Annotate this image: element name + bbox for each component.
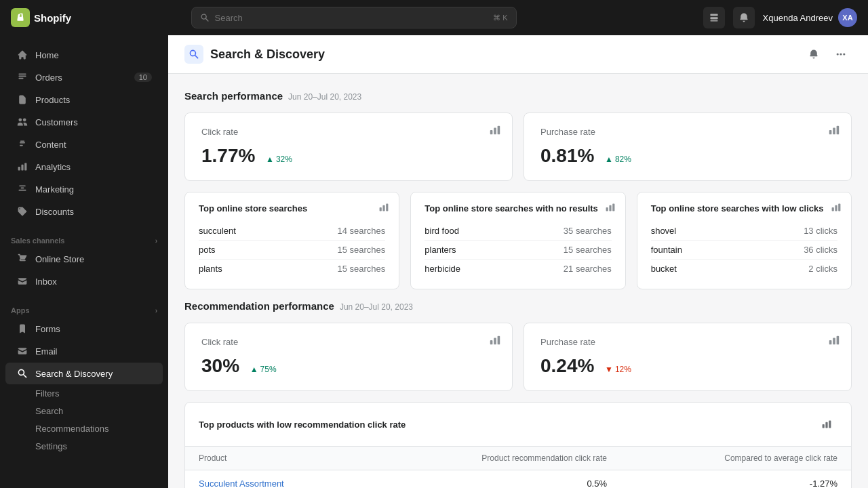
customers-icon [16,116,28,128]
orders-icon [16,71,28,83]
sidebar-discounts-label: Discounts [35,207,74,217]
sidebar-inbox-label: Inbox [35,277,57,287]
shopify-logo-icon [11,8,30,27]
click-rate-change: ▲ 32% [266,155,292,164]
sidebar-item-products[interactable]: Products [5,89,163,110]
page-header-left: Search & Discovery [184,45,325,64]
inbox-icon [16,275,28,287]
main-content: Search & Discovery Search performa [168,35,868,488]
search-discovery-icon [16,367,28,380]
rec-click-rate-card: Click rate 30% ▲ 75% [184,323,513,391]
sidebar-item-email[interactable]: Email [5,340,163,362]
nav-right-actions: Xquenda Andreev XA [703,7,857,28]
rec-purchase-rate-change: ▼ 12% [605,365,631,374]
sidebar-item-discounts[interactable]: Discounts [5,201,163,222]
sidebar-item-customers[interactable]: Customers [5,111,163,133]
rec-purchase-rate-value: 0.24% [540,355,594,376]
page-header: Search & Discovery [168,35,868,74]
no-results-row-1: planters 15 searches [425,241,611,260]
home-icon [16,49,28,61]
sidebar-item-online-store[interactable]: Online Store [5,248,163,270]
sidebar-item-marketing[interactable]: Marketing [5,178,163,200]
user-badge[interactable]: Xquenda Andreev XA [763,8,857,27]
store-switcher-button[interactable] [703,7,725,28]
products-chart-icon [821,419,832,430]
rec-click-rate-change: ▲ 75% [250,365,277,374]
page-header-actions [803,43,852,65]
content-icon [16,138,28,150]
sidebar-sales-channels-section: Sales channels › Online Store Inbox [0,226,168,296]
products-table-chart-icon-button[interactable] [816,413,837,435]
top-search-row-0: succulent 14 searches [199,222,385,241]
click-rate-value: 1.77% [201,145,255,166]
sidebar-sub-settings[interactable]: Settings [5,438,163,455]
sidebar-orders-label: Orders [35,73,62,83]
low-clicks-chart-icon[interactable] [831,202,842,215]
forms-icon [16,323,28,335]
email-icon [16,345,28,357]
expand-icon: › [155,237,157,245]
more-options-button[interactable] [830,43,852,65]
click-rate-card: Click rate 1.77% ▲ 32% [184,113,513,181]
rec-click-rate-label: Click rate [201,337,496,347]
rec-click-rate-value: 30% [201,355,239,376]
sidebar-sub-filters[interactable]: Filters [5,385,163,402]
sidebar-email-label: Email [35,346,58,357]
top-searches-chart-icon[interactable] [378,202,389,215]
sidebar-item-content[interactable]: Content [5,134,163,155]
notifications-button[interactable] [733,7,755,28]
user-name: Xquenda Andreev [763,13,833,23]
sidebar-item-inbox[interactable]: Inbox [5,270,163,292]
no-results-chart-icon[interactable] [605,202,616,215]
shopify-logo[interactable]: Shopify [11,8,92,27]
apps-expand-icon: › [155,307,157,314]
purchase-rate-value: 0.81% [540,145,594,166]
app-layout: Home Orders 10 Products Customers [0,0,868,488]
product-link-0[interactable]: Succulent Assortment [199,479,284,488]
search-performance-date: Jun 20–Jul 20, 2023 [288,92,361,102]
online-store-icon [16,253,28,265]
sidebar-sub-search[interactable]: Search [5,403,163,420]
purchase-rate-label: Purchase rate [540,127,835,137]
search-tables-row: Top online store searches succulent 14 s… [184,192,852,289]
sidebar-item-forms[interactable]: Forms [5,318,163,340]
page-title: Search & Discovery [210,47,325,62]
rec-click-rate-value-row: 30% ▲ 75% [201,355,496,377]
bell-icon [738,12,749,23]
sidebar-item-home[interactable]: Home [5,44,163,66]
click-rate-chart-icon[interactable] [489,124,501,139]
sidebar-customers-label: Customers [35,117,78,127]
sidebar: Home Orders 10 Products Customers [0,35,168,488]
rec-purchase-rate-card: Purchase rate 0.24% ▼ 12% [524,323,852,391]
sidebar-apps-section: Apps › Forms Email Search & Discovery [0,296,168,458]
sidebar-search-discovery-label: Search & Discovery [35,369,113,379]
sidebar-online-store-label: Online Store [35,254,84,264]
analytics-icon [16,161,28,173]
low-clicks-title: Top online store searches with low click… [651,203,837,214]
product-vs-avg-0: -1.27% [620,470,851,489]
col-product: Product [185,447,370,470]
global-search-bar[interactable]: ⌘ K [191,7,517,28]
rec-click-rate-chart-icon[interactable] [489,334,501,349]
purchase-rate-chart-icon[interactable] [828,124,840,139]
top-search-row-1: pots 15 searches [199,241,385,260]
sidebar-item-analytics[interactable]: Analytics [5,156,163,178]
sidebar-sub-recommendations[interactable]: Recommendations [5,420,163,437]
no-results-card: Top online store searches with no result… [410,192,625,289]
sidebar-products-label: Products [35,95,70,105]
recommendation-performance-header: Recommendation performance Jun 20–Jul 20… [184,300,852,312]
dots-icon [835,49,846,60]
recommendation-performance-section: Recommendation performance Jun 20–Jul 20… [184,300,852,488]
products-table-header: Top products with low recommendation cli… [185,403,851,447]
table-row: Succulent Assortment 0.5% -1.27% [185,470,851,489]
notifications-page-button[interactable] [803,43,825,65]
products-table-card: Top products with low recommendation cli… [184,402,852,488]
recommendation-stats-row: Click rate 30% ▲ 75% Purchase rate [184,323,852,391]
sales-channels-label: Sales channels › [0,228,168,247]
rec-purchase-rate-label: Purchase rate [540,337,835,347]
global-search-input[interactable] [215,13,488,23]
top-search-row-2: plants 15 searches [199,260,385,278]
rec-purchase-rate-chart-icon[interactable] [828,334,840,349]
sidebar-item-search-discovery[interactable]: Search & Discovery [5,363,163,384]
sidebar-item-orders[interactable]: Orders 10 [5,66,163,88]
